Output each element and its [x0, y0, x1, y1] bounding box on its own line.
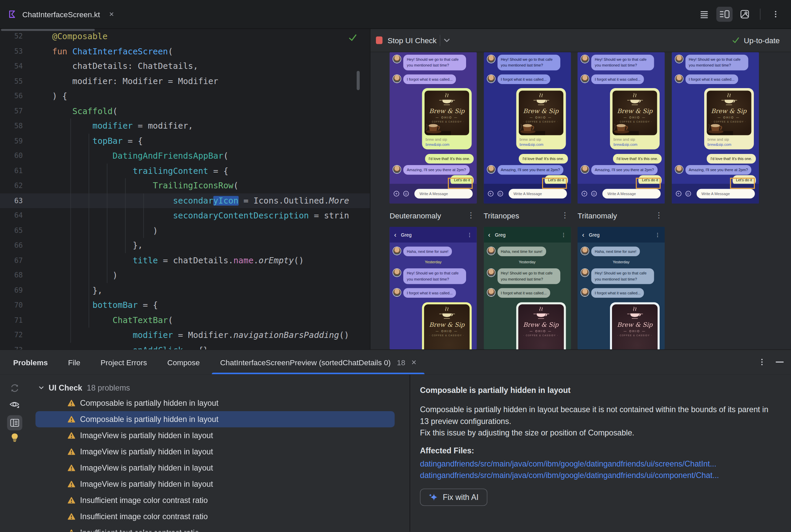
preview-eye-icon[interactable] — [9, 400, 20, 412]
code-view-icon[interactable] — [696, 7, 712, 22]
preview-more-icon[interactable]: ⋮ — [559, 211, 571, 220]
code-line[interactable]: 68 ) — [0, 268, 370, 283]
code-line[interactable]: 53fun ChatInterfaceScreen( — [0, 44, 370, 59]
chat-bubble: Hey! Should we go to that cafe you menti… — [403, 55, 466, 70]
avatar — [393, 165, 402, 174]
chat-bubble: Haha, next time for sure! — [497, 247, 546, 256]
more-vertical-icon[interactable] — [768, 7, 784, 22]
add-icon[interactable]: + — [488, 191, 494, 197]
code-line[interactable]: 67 title = chatDetails.name.orEmpty() — [0, 253, 370, 268]
code-line[interactable]: 63 secondaryIcon = Icons.Outlined.More — [0, 193, 370, 208]
panel-tab[interactable]: Compose — [157, 350, 210, 374]
warning-icon — [68, 432, 76, 439]
hide-panel-icon[interactable] — [776, 361, 784, 363]
code-line[interactable]: 62 TrailingIconsRow( — [0, 178, 370, 193]
chat-app-bar: ‹ Greg ⋮ — [484, 227, 571, 243]
add-icon[interactable]: + — [394, 191, 400, 197]
more-vertical-icon[interactable] — [758, 359, 766, 366]
code-line[interactable]: 70 bottomBar = { — [0, 298, 370, 312]
emoji-icon[interactable]: ☺ — [591, 191, 597, 197]
problems-group-header[interactable]: UI Check 18 problems — [29, 380, 410, 395]
code-line[interactable]: 58 modifier = modifier, — [0, 118, 370, 133]
affected-file-link[interactable]: datingandfriends/src/main/java/com/ibm/g… — [420, 470, 776, 481]
line-number: 59 — [0, 133, 51, 148]
preview-phone[interactable]: Hey! Should we go to that cafe you menti… — [390, 52, 477, 204]
code-line[interactable]: 59 topBar = { — [0, 133, 370, 148]
problem-item[interactable]: ImageView is partially hidden in layout — [35, 460, 395, 476]
preview-phone[interactable]: ‹ Greg ⋮ Haha, next time for sure! Yeste… — [390, 227, 477, 349]
code-line[interactable]: 71 ChatTextBar( — [0, 312, 370, 327]
chevron-down-icon[interactable] — [443, 38, 450, 43]
avatar — [487, 247, 495, 255]
preview-phone[interactable]: Hey! Should we go to that cafe you menti… — [577, 52, 665, 204]
preview-more-icon[interactable]: ⋮ — [465, 211, 477, 220]
line-number: 72 — [0, 328, 51, 343]
problem-item[interactable]: ImageView is partially hidden in layout — [35, 428, 395, 443]
editor-tab[interactable]: ChatInterfaceScreen.kt × — [0, 0, 122, 28]
code-line[interactable]: 61 trailingContent = { — [0, 164, 370, 178]
code-line[interactable]: 55 modifier: Modifier = Modifier — [0, 74, 370, 89]
emoji-icon[interactable]: ☺ — [403, 191, 409, 197]
affected-file-link[interactable]: datingandfriends/src/main/java/com/ibm/g… — [420, 458, 776, 470]
problem-item[interactable]: ImageView is partially hidden in layout — [35, 443, 395, 460]
card-link[interactable]: brew&sip.com — [614, 142, 656, 147]
code-line[interactable]: 65 ) — [0, 223, 370, 238]
chat-bubble: I'd love that! It's this one. — [613, 154, 662, 164]
code-line[interactable]: 66 }, — [0, 238, 370, 253]
brew-and-sip-image: Brew & Sip — OHIO — · COFFEE & CASSIDY · — [518, 91, 563, 135]
preview-image-icon[interactable] — [737, 7, 753, 22]
split-view-icon[interactable] — [716, 7, 733, 22]
fix-with-ai-button[interactable]: Fix with AI — [420, 489, 488, 506]
card-link[interactable]: brew&sip.com — [426, 142, 468, 147]
preview-phone[interactable]: Hey! Should we go to that cafe you menti… — [484, 52, 571, 204]
preview-phone[interactable]: Hey! Should we go to that cafe you menti… — [672, 52, 758, 204]
panel-tab[interactable]: Project Errors — [91, 350, 158, 374]
panel-tab[interactable]: ChatInterfaceScreenPreview (sortedChatDe… — [210, 350, 427, 374]
editor-tab-bar: ChatInterfaceScreen.kt × — [0, 0, 791, 29]
preview-phone[interactable]: ‹ Greg ⋮ Haha, next time for sure! Yeste… — [577, 227, 665, 349]
tab-close-icon[interactable]: × — [411, 358, 417, 366]
code-line[interactable]: 60 DatingAndFriendsAppBar( — [0, 149, 370, 164]
inspections-ok-icon[interactable] — [349, 34, 357, 42]
problem-detail-fix-hint: Fix this issue by adjusting the size or … — [420, 427, 776, 439]
lightbulb-icon[interactable] — [10, 433, 19, 445]
problem-item[interactable]: Insufficient text color contrast ratio — [35, 525, 395, 532]
code-editor[interactable]: 52@Composable53fun ChatInterfaceScreen(5… — [0, 29, 370, 350]
coffee-cup-photo — [425, 121, 451, 135]
refresh-icon[interactable] — [10, 383, 20, 395]
problem-item[interactable]: Composable is partially hidden in layout — [35, 411, 395, 428]
tab-close-icon[interactable]: × — [109, 10, 114, 19]
problem-item[interactable]: Insufficient image color contrast ratio — [35, 508, 395, 525]
message-input[interactable]: Write A Message — [696, 189, 755, 199]
problem-item[interactable]: Insufficient image color contrast ratio — [35, 492, 395, 508]
code-line[interactable]: 52@Composable — [0, 29, 370, 44]
add-icon[interactable]: + — [676, 191, 681, 197]
card-link[interactable]: brew&sip.com — [519, 142, 562, 147]
preview-phone[interactable]: ‹ Greg ⋮ Haha, next time for sure! Yeste… — [484, 227, 571, 349]
horizontal-scrollbar[interactable] — [1, 29, 95, 31]
stop-ui-check-button[interactable]: Stop UI Check — [388, 36, 437, 45]
problem-item[interactable]: ImageView is partially hidden in layout — [35, 476, 395, 492]
layout-view-icon[interactable] — [7, 415, 22, 431]
problem-item[interactable]: Composable is partially hidden in layout — [35, 395, 395, 411]
emoji-icon[interactable]: ☺ — [497, 191, 503, 197]
panel-tab[interactable]: Problems — [3, 350, 58, 374]
message-input[interactable]: Write A Message — [508, 189, 567, 199]
panel-tab[interactable]: File — [58, 350, 91, 374]
code-line[interactable]: 73 onAddClick = {} — [0, 343, 370, 349]
code-line[interactable]: 56) { — [0, 89, 370, 103]
vertical-scrollbar[interactable] — [357, 71, 360, 90]
code-line[interactable]: 54 chatDetails: ChatDetails, — [0, 59, 370, 74]
code-line[interactable]: 69 }, — [0, 283, 370, 298]
message-input[interactable]: Write A Message — [603, 189, 661, 199]
card-link[interactable]: brew&sip.com — [707, 142, 750, 147]
message-input[interactable]: Write A Message — [415, 189, 473, 199]
code-line[interactable]: 57 Scaffold( — [0, 103, 370, 118]
preview-more-icon[interactable]: ⋮ — [653, 211, 665, 220]
code-line[interactable]: 72 modifier = Modifier.navigationBarsPad… — [0, 328, 370, 343]
divider — [760, 9, 760, 20]
code-line[interactable]: 64 secondaryContentDescription = strin — [0, 208, 370, 223]
emoji-icon[interactable]: ☺ — [685, 191, 691, 197]
link-preview-card: Brew & Sip — OHIO — · COFFEE & CASSIDY · — [610, 302, 660, 350]
add-icon[interactable]: + — [582, 191, 587, 197]
